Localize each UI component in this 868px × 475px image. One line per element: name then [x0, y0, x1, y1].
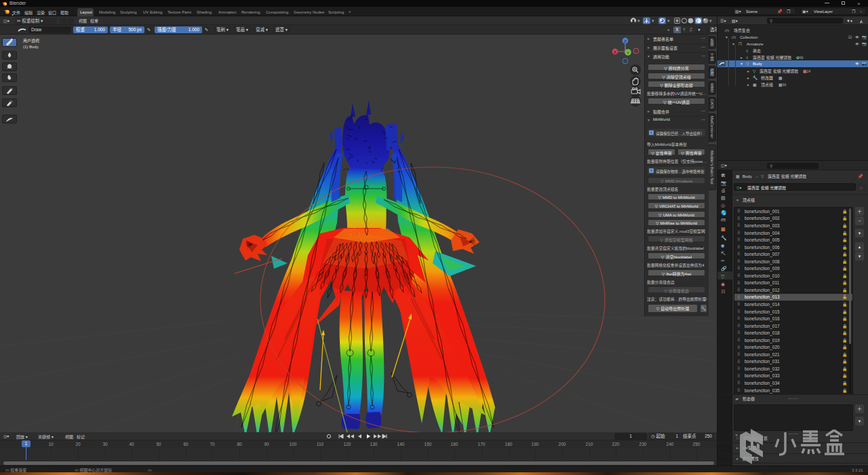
svg-text:▾: ▾ — [709, 18, 712, 23]
svg-text:X: X — [614, 50, 616, 54]
svg-text:Y: Y — [627, 51, 629, 55]
svg-text:Z: Z — [624, 39, 627, 43]
svg-text:▾: ▾ — [637, 18, 640, 23]
svg-text:▾: ▾ — [667, 18, 670, 23]
svg-text:▾: ▾ — [652, 18, 654, 23]
